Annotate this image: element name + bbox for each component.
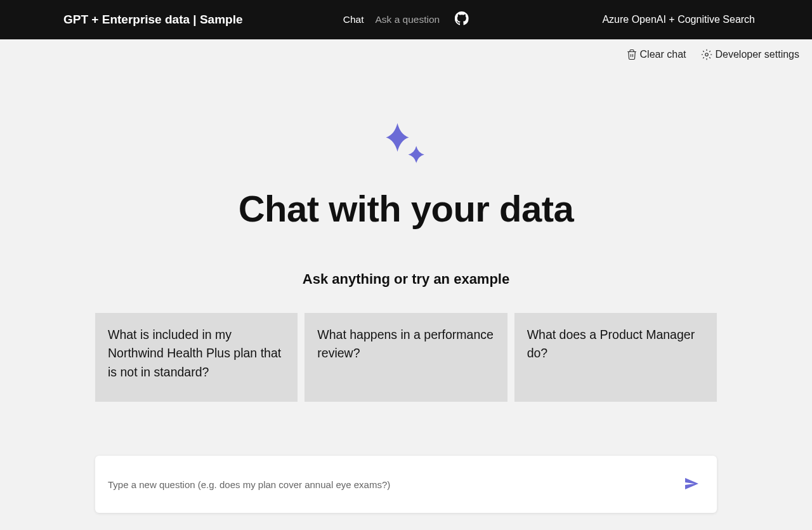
header-nav: Chat Ask a question <box>343 11 469 28</box>
header: GPT + Enterprise data | Sample Chat Ask … <box>0 0 812 39</box>
example-card-1[interactable]: What is included in my Northwind Health … <box>95 313 298 402</box>
toolbar: Clear chat Developer settings <box>0 39 812 67</box>
github-link[interactable] <box>451 11 469 28</box>
clear-chat-label: Clear chat <box>640 49 686 60</box>
app-title: GPT + Enterprise data | Sample <box>13 13 602 27</box>
developer-settings-label: Developer settings <box>715 49 799 60</box>
clear-chat-button[interactable]: Clear chat <box>626 49 686 60</box>
example-card-3[interactable]: What does a Product Manager do? <box>514 313 717 402</box>
send-icon <box>684 476 699 491</box>
example-card-2[interactable]: What happens in a performance review? <box>304 313 507 402</box>
nav-ask-question[interactable]: Ask a question <box>376 14 440 25</box>
main-content: Chat with your data Ask anything or try … <box>0 67 812 513</box>
page-title: Chat with your data <box>239 187 574 230</box>
trash-icon <box>626 49 638 60</box>
chat-input-container <box>95 456 717 513</box>
page-subtitle: Ask anything or try an example <box>303 271 509 288</box>
chat-input[interactable] <box>108 461 679 508</box>
example-cards: What is included in my Northwind Health … <box>95 313 717 402</box>
gear-icon <box>701 49 712 60</box>
nav-chat[interactable]: Chat <box>343 14 364 25</box>
developer-settings-button[interactable]: Developer settings <box>701 49 799 60</box>
github-icon <box>455 11 469 25</box>
sparkle-icon <box>377 117 435 175</box>
svg-point-0 <box>705 53 709 56</box>
header-right-text: Azure OpenAI + Cognitive Search <box>602 14 799 25</box>
send-button[interactable] <box>679 471 704 498</box>
